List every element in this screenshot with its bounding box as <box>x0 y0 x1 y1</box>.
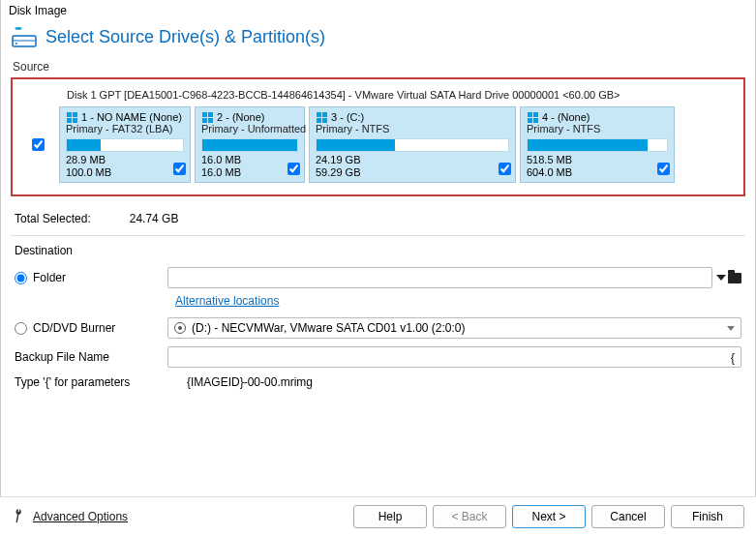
chevron-down-icon <box>727 326 735 331</box>
folder-radio-row[interactable]: Folder <box>15 271 160 284</box>
total-selected-value: 24.74 GB <box>130 212 179 225</box>
windows-icon <box>66 111 77 123</box>
folder-input[interactable] <box>167 267 712 288</box>
template-hint-label: Type '{' for parameters <box>15 375 160 389</box>
partition-checkbox[interactable] <box>173 163 186 175</box>
folder-dropdown-icon[interactable] <box>716 275 726 281</box>
partition-type: Primary - FAT32 (LBA) <box>66 123 184 134</box>
partition-type: Primary - Unformatted <box>201 123 298 134</box>
folder-radio[interactable] <box>15 272 27 284</box>
total-selected-label: Total Selected: <box>15 212 91 225</box>
partition-list: 1 - NO NAME (None)Primary - FAT32 (LBA)2… <box>59 106 734 183</box>
disk-checkbox[interactable] <box>32 138 45 151</box>
disc-icon <box>174 322 186 334</box>
template-value: {IMAGEID}-00-00.mrimg <box>167 375 313 389</box>
finish-button[interactable]: Finish <box>671 505 744 528</box>
cddvd-radio-row[interactable]: CD/DVD Burner <box>15 321 160 335</box>
partition-sizes: 24.19 GB59.29 GB <box>316 154 360 178</box>
alternative-locations-link[interactable]: Alternative locations <box>175 292 279 313</box>
cddvd-select[interactable]: (D:) - NECVMWar, VMware SATA CD01 v1.00 … <box>167 317 741 339</box>
divider <box>11 235 745 236</box>
page-heading: Select Source Drive(s) & Partition(s) <box>45 27 325 47</box>
destination-label: Destination <box>15 244 741 257</box>
back-button[interactable]: < Back <box>433 505 506 528</box>
partition-title: 3 - (C:) <box>331 111 364 123</box>
partition-sizes: 518.5 MB604.0 MB <box>527 154 572 178</box>
partition-type: Primary - NTFS <box>316 123 509 134</box>
windows-icon <box>527 111 538 123</box>
partition-2[interactable]: 2 - (None)Primary - Unformatted16.0 MB16… <box>195 106 305 183</box>
partition-1[interactable]: 1 - NO NAME (None)Primary - FAT32 (LBA)2… <box>59 106 191 183</box>
usage-bar <box>316 138 509 152</box>
template-brace-button[interactable]: { <box>731 350 735 365</box>
partition-sizes: 16.0 MB16.0 MB <box>201 154 241 178</box>
cddvd-radio[interactable] <box>15 322 27 335</box>
partition-3[interactable]: 3 - (C:)Primary - NTFS24.19 GB59.29 GB <box>309 106 516 183</box>
browse-folder-icon[interactable] <box>728 273 741 283</box>
next-button[interactable]: Next > <box>512 505 586 528</box>
drive-icon <box>11 25 38 48</box>
svg-point-2 <box>15 43 17 45</box>
partition-title: 1 - NO NAME (None) <box>81 111 182 123</box>
source-panel: Disk 1 GPT [DEA15001-C968-4223-BCCB-1448… <box>11 77 745 196</box>
disk-header: Disk 1 GPT [DEA15001-C968-4223-BCCB-1448… <box>22 89 734 101</box>
partition-title: 2 - (None) <box>217 111 265 123</box>
usage-bar <box>527 138 668 152</box>
partition-title: 4 - (None) <box>542 111 590 123</box>
partition-checkbox[interactable] <box>499 163 511 175</box>
partition-checkbox[interactable] <box>657 163 670 175</box>
window-title: Disk Image <box>1 0 755 21</box>
folder-radio-label: Folder <box>33 271 66 284</box>
partition-checkbox[interactable] <box>287 163 300 175</box>
advanced-options-link[interactable]: Advanced Options <box>12 508 128 526</box>
windows-icon <box>201 111 213 123</box>
backup-filename-input[interactable]: { <box>167 346 741 368</box>
partition-type: Primary - NTFS <box>527 123 668 134</box>
source-label: Source <box>1 60 755 74</box>
wrench-icon <box>8 505 31 529</box>
usage-bar <box>201 138 298 152</box>
cddvd-radio-label: CD/DVD Burner <box>33 321 115 335</box>
help-button[interactable]: Help <box>353 505 427 528</box>
partition-4[interactable]: 4 - (None)Primary - NTFS518.5 MB604.0 MB <box>520 106 675 183</box>
cddvd-value: (D:) - NECVMWar, VMware SATA CD01 v1.00 … <box>192 321 466 335</box>
usage-bar <box>66 138 184 152</box>
cancel-button[interactable]: Cancel <box>591 505 665 528</box>
partition-sizes: 28.9 MB100.0 MB <box>66 154 111 178</box>
backup-filename-label: Backup File Name <box>15 350 160 364</box>
windows-icon <box>316 111 327 123</box>
